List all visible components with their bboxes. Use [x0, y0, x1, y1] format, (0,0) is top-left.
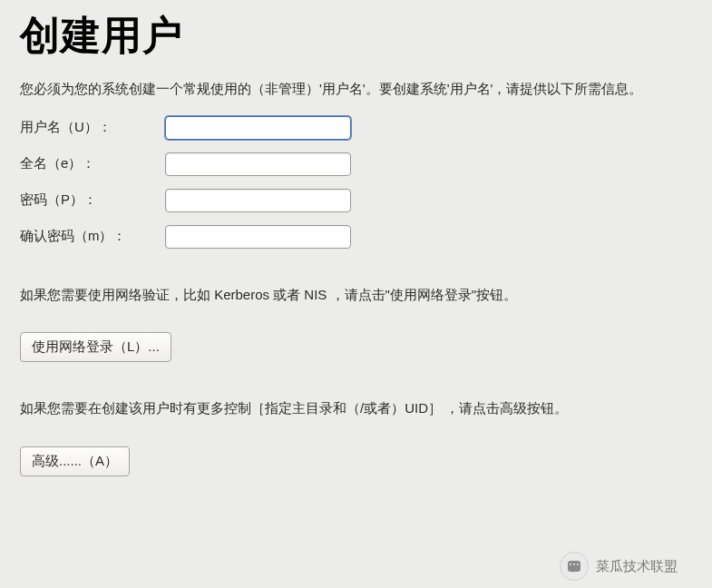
- network-login-button[interactable]: 使用网络登录（L）...: [20, 332, 171, 362]
- advanced-text: 如果您需要在创建该用户时有更多控制［指定主目录和（/或者）UID］ ，请点击高级…: [20, 398, 691, 419]
- chat-icon: [560, 552, 589, 581]
- watermark: 菜瓜技术联盟: [560, 552, 678, 581]
- watermark-text: 菜瓜技术联盟: [596, 558, 678, 575]
- advanced-button[interactable]: 高级......（A）: [20, 446, 130, 476]
- password-label: 密码（P）：: [20, 191, 165, 209]
- password-input[interactable]: [165, 189, 351, 212]
- network-login-text: 如果您需要使用网络验证，比如 Kerberos 或者 NIS ，请点击"使用网络…: [20, 285, 691, 306]
- confirm-password-input[interactable]: [165, 225, 351, 249]
- fullname-label: 全名（e）：: [20, 155, 165, 172]
- username-input[interactable]: [165, 116, 351, 140]
- password-row: 密码（P）：: [20, 189, 692, 212]
- confirm-password-label: 确认密码（m）：: [20, 228, 165, 245]
- fullname-row: 全名（e）：: [20, 152, 692, 176]
- page-title: 创建用户: [20, 9, 692, 63]
- description-text: 您必须为您的系统创建一个常规使用的（非管理）'用户名'。要创建系统'用户名'，请…: [20, 79, 673, 100]
- username-label: 用户名（U）：: [20, 119, 165, 136]
- username-row: 用户名（U）：: [20, 116, 692, 140]
- fullname-input[interactable]: [165, 152, 351, 176]
- confirm-password-row: 确认密码（m）：: [20, 225, 692, 249]
